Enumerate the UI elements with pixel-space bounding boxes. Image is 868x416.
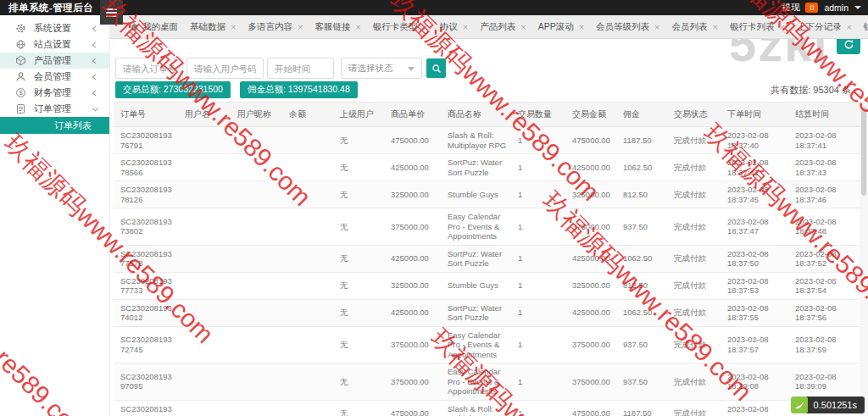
table-cell: 完成付款 [667,272,721,299]
tab-desktop[interactable]: 我的桌面 [124,15,184,38]
search-button[interactable] [426,58,446,78]
user-number-input[interactable] [186,58,264,79]
sidebar-subitem-order-list[interactable]: 订单列表 [0,117,109,134]
close-icon[interactable]: × [355,22,360,32]
tab-item-5[interactable]: 协议× [434,15,474,38]
vertical-scrollbar[interactable] [860,102,868,416]
table-cell [282,400,333,416]
table-cell: 1 [511,363,565,401]
table-cell: 2023-02-08 18:37:41 [788,127,860,154]
column-header: 订单号 [114,103,178,127]
table-cell [282,299,333,326]
total-trade-chip: 交易总额: 273032231500 [115,81,231,98]
close-icon[interactable]: × [422,22,427,32]
table-cell: 425000.00 [565,154,616,181]
search-icon [431,64,442,74]
column-header: 商品单价 [384,103,441,127]
close-icon[interactable]: × [654,22,659,32]
table-cell: 无 [333,363,384,401]
tab-bar: 我的桌面基础数据×多语言内容×客服链接×银行卡类型×协议×产品列表×APP滚动×… [110,15,868,39]
debug-time: 0.501251s [804,397,865,413]
main-content: 5zki 请选择状态 交易总额: 273032231500 佣金总额: 1397… [110,39,868,416]
table-cell: 无 [333,181,384,208]
close-icon[interactable]: × [463,22,468,32]
table-cell: SortPuz: Water Sort Puzzle [441,245,511,272]
tab-item-10[interactable]: 银行卡列表× [724,15,791,38]
table-cell [231,181,282,208]
sidebar-item-4[interactable]: $财务管理 [0,85,109,101]
sidebar-item-3[interactable]: 会员管理 [0,69,109,85]
tab-label: 协议 [440,21,458,33]
table-cell: 425000.00 [384,154,441,181]
table-cell: SC23020819377578 [114,245,178,272]
close-icon[interactable]: × [520,22,526,32]
tab-item-9[interactable]: 会员列表× [666,15,724,38]
sidebar: 系统设置站点设置产品管理会员管理$财务管理订单管理订单列表 [0,15,110,416]
cube-icon [15,55,26,66]
user-icon [15,71,26,82]
thinkphp-icon [791,397,808,413]
tab-item-7[interactable]: APP滚动× [532,15,590,38]
tab-label: 银行卡类型 [373,21,418,33]
column-header: 商品名称 [441,103,511,127]
close-icon[interactable]: × [779,22,784,32]
table-cell: 2023-02-08 18:37:47 [721,208,788,246]
tab-item-6[interactable]: 产品列表× [474,15,531,38]
withdraw-link[interactable]: 提现 [782,2,799,14]
close-icon[interactable]: × [231,22,236,32]
column-header: 交易金额 [565,103,616,127]
table-cell: 1062.50 [616,154,667,181]
sidebar-item-5[interactable]: 订单管理 [0,101,109,117]
table-cell: 2023-02-08 18:37:53 [721,272,788,299]
tab-item-1[interactable]: 基础数据× [184,15,242,38]
status-select[interactable]: 请选择状态 [341,58,422,79]
tab-item-11[interactable]: 上下分记录× [791,15,858,38]
dollar-icon: $ [15,87,26,98]
tab-item-2[interactable]: 多语言内容× [242,15,309,38]
table-cell: 475000.00 [384,127,441,154]
summary-chips: 交易总额: 273032231500 佣金总额: 1397541830.48 [115,81,358,98]
total-commission-chip: 佣金总额: 1397541830.48 [240,81,358,98]
sidebar-item-1[interactable]: 站点设置 [0,36,109,53]
filter-bar: 请选择状态 [110,58,868,79]
close-icon[interactable]: × [846,22,851,32]
table-cell: 无 [333,299,384,326]
table-cell: Stumble Guys [441,181,511,208]
table-cell: 375000.00 [565,326,616,363]
orders-table-wrap: 订单号用户名用户昵称余额上级用户商品单价商品名称交易数量交易金额佣金交易状态下单… [114,102,860,416]
user-menu[interactable]: admin [824,3,849,13]
table-cell: SC23020819374012 [114,299,178,326]
close-icon[interactable]: × [579,22,584,32]
withdraw-count-badge[interactable]: 0 [805,3,818,13]
table-cell [282,154,333,181]
globe-icon [15,39,26,50]
order-number-input[interactable] [115,58,183,79]
user-caret-down-icon[interactable] [854,6,861,9]
scrollbar-thumb[interactable] [861,107,866,196]
table-cell: 完成付款 [667,326,721,363]
table-cell: 425000.00 [384,299,441,326]
close-icon[interactable]: × [298,22,303,32]
chevron-right-icon [92,74,98,80]
table-cell: 937.50 [616,363,667,401]
close-icon[interactable]: × [713,22,718,32]
sidebar-item-0[interactable]: 系统设置 [0,20,109,36]
sidebar-toggle-button[interactable] [100,0,123,25]
tab-label: 产品列表 [480,21,515,33]
tab-item-4[interactable]: 银行卡类型× [367,15,434,38]
table-cell: 1 [511,272,565,299]
sidebar-item-label: 财务管理 [34,86,71,99]
sidebar-item-2[interactable]: 产品管理 [0,53,109,69]
tab-item-8[interactable]: 会员等级列表× [590,15,665,38]
start-time-input[interactable] [267,58,334,79]
table-cell: 375000.00 [384,208,441,246]
table-cell [282,326,333,363]
table-cell: Easy Calendar Pro - Events & Appointment… [441,208,511,246]
table-cell: SC23020819373802 [114,208,178,246]
table-cell [178,154,231,181]
table-cell: 1 [511,208,565,246]
tab-item-12[interactable]: 钱包明细× [858,15,868,38]
table-row: SC23020819374012无425000.00SortPuz: Water… [114,299,860,326]
tab-item-3[interactable]: 客服链接× [309,15,366,38]
table-cell: 1187.50 [616,127,667,154]
